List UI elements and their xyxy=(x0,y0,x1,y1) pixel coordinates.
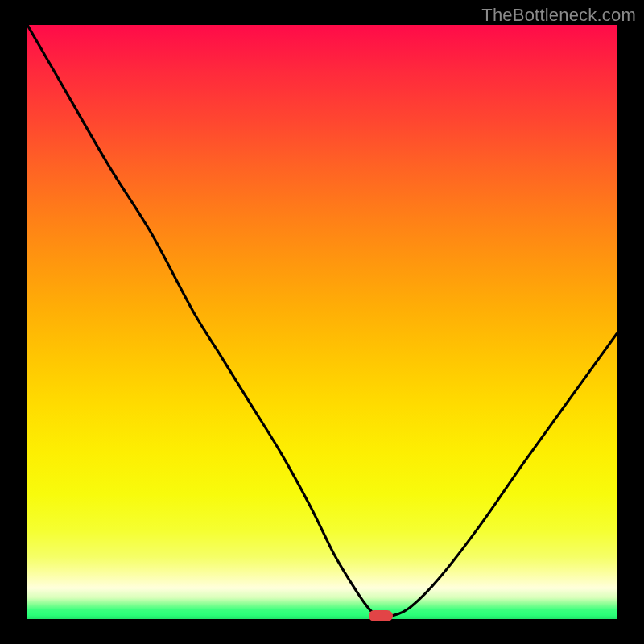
chart-container: TheBottleneck.com xyxy=(0,0,644,644)
plot-area xyxy=(27,25,617,619)
optimal-point-indicator xyxy=(369,610,393,621)
bottleneck-curve xyxy=(27,25,617,619)
watermark-text: TheBottleneck.com xyxy=(481,5,636,26)
